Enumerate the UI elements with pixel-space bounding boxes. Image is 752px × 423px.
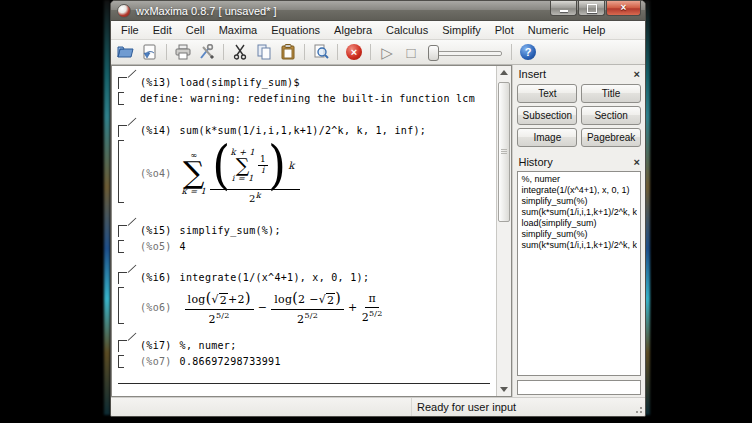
input-code[interactable]: load(simplify_sum)$ <box>180 77 300 88</box>
input-cell-bracket[interactable] <box>118 340 127 352</box>
maximize-icon <box>587 4 597 13</box>
output-formula-o4: (%o4) ∞ ∑ k = 1 ( k + 1 <box>140 142 492 204</box>
insert-title-button[interactable]: Title <box>581 84 641 103</box>
input-line[interactable]: (%i5)simplify_sum(%); <box>140 224 492 238</box>
worksheet-pane: (%i3)load(simplify_sum)$ define: warning… <box>111 65 512 397</box>
history-item[interactable]: integrate(1/(x^4+1), x, 0, 1) <box>521 185 637 196</box>
cut-button[interactable] <box>229 42 251 62</box>
menu-equations[interactable]: Equations <box>264 22 327 38</box>
input-cell-bracket[interactable] <box>118 272 127 284</box>
play-icon: ▷ <box>381 45 393 60</box>
insert-text-button[interactable]: Text <box>517 84 577 103</box>
input-cell-bracket[interactable] <box>118 77 127 89</box>
output-cell-bracket[interactable] <box>118 287 125 324</box>
minimize-icon <box>560 10 568 12</box>
big-paren-open: ( <box>212 139 230 192</box>
cell-group: (%i6)integrate(1/(x^4+1), x, 0, 1); (%o6… <box>116 271 492 325</box>
insert-subsection-button[interactable]: Subsection <box>517 106 577 125</box>
insert-panel: Text Title Subsection Section Image Page… <box>513 82 645 153</box>
input-prompt: (%i7) <box>140 340 172 351</box>
output-cell-bracket[interactable] <box>118 240 125 253</box>
input-line[interactable]: (%i3)load(simplify_sum)$ <box>140 76 492 90</box>
configure-button[interactable] <box>196 42 218 62</box>
scroll-up-button[interactable] <box>498 66 510 79</box>
history-panel-header[interactable]: History × <box>513 153 645 170</box>
menu-maxima[interactable]: Maxima <box>212 22 265 38</box>
scrollbar-thumb[interactable] <box>498 82 510 222</box>
scroll-down-button[interactable] <box>498 383 510 396</box>
output-cell-bracket[interactable] <box>118 355 125 368</box>
output-text: 4 <box>180 241 186 252</box>
cut-icon <box>232 44 248 60</box>
menu-calculus[interactable]: Calculus <box>379 22 435 38</box>
screen: wxMaxima 0.8.7 [ unsaved* ] × File Edit … <box>0 0 752 423</box>
play-animation-button[interactable]: ▷ <box>376 42 398 62</box>
find-button[interactable] <box>310 42 332 62</box>
input-code[interactable]: simplify_sum(%); <box>180 225 281 236</box>
maximize-button[interactable] <box>578 1 605 16</box>
history-item[interactable]: sum(k*sum(1/i,i,1,k+1)/2^k, k <box>521 240 637 251</box>
arrow-down-icon <box>500 387 508 392</box>
output-label: (%o5) <box>140 241 172 252</box>
menu-algebra[interactable]: Algebra <box>327 22 379 38</box>
input-line[interactable]: (%i4)sum(k*sum(1/i,i,1,k+1)/2^k, k, 1, i… <box>140 124 492 138</box>
toolbar: × ▷ □ ? <box>111 40 645 65</box>
stop-animation-button[interactable]: □ <box>400 42 422 62</box>
history-list[interactable]: %, numer integrate(1/(x^4+1), x, 0, 1) s… <box>517 171 641 376</box>
history-item[interactable]: simplify_sum(%) <box>521 229 637 240</box>
input-code[interactable]: %, numer; <box>180 340 237 351</box>
interrupt-icon: × <box>346 44 362 60</box>
input-line[interactable]: (%i7)%, numer; <box>140 339 492 353</box>
input-cell-bracket[interactable] <box>118 125 127 137</box>
insert-section-button[interactable]: Section <box>581 106 641 125</box>
menu-help[interactable]: Help <box>576 22 613 38</box>
open-button[interactable] <box>115 42 137 62</box>
outer-fraction: ( k + 1 ∑ i = 1 1 i <box>210 142 300 204</box>
menu-plot[interactable]: Plot <box>488 22 521 38</box>
output-cell-bracket[interactable] <box>118 140 125 203</box>
resize-grip-icon[interactable] <box>633 404 643 414</box>
print-button[interactable] <box>172 42 194 62</box>
menu-edit[interactable]: Edit <box>146 22 179 38</box>
slider-track <box>436 51 502 56</box>
input-line[interactable]: (%i6)integrate(1/(x^4+1), x, 0, 1); <box>140 271 492 285</box>
interrupt-button[interactable]: × <box>343 42 365 62</box>
menu-file[interactable]: File <box>114 22 146 38</box>
worksheet-scrollbar[interactable] <box>496 66 511 396</box>
worksheet[interactable]: (%i3)load(simplify_sum)$ define: warning… <box>112 66 496 396</box>
help-button[interactable]: ? <box>517 42 539 62</box>
input-code[interactable]: integrate(1/(x^4+1), x, 0, 1); <box>180 272 370 283</box>
insert-pagebreak-button[interactable]: Pagebreak <box>581 128 641 147</box>
paste-button[interactable] <box>277 42 299 62</box>
menu-bar: File Edit Cell Maxima Equations Algebra … <box>111 21 645 40</box>
title-bar[interactable]: wxMaxima 0.8.7 [ unsaved* ] × <box>111 1 645 21</box>
menu-simplify[interactable]: Simplify <box>435 22 488 38</box>
status-message: Ready for user input <box>412 401 645 413</box>
animation-slider[interactable] <box>426 43 504 61</box>
history-item[interactable]: %, numer <box>521 174 637 185</box>
insert-image-button[interactable]: Image <box>517 128 577 147</box>
paste-icon <box>280 44 296 60</box>
history-filter-input[interactable] <box>517 380 641 395</box>
insertion-cursor-line[interactable] <box>118 383 490 384</box>
menu-numeric[interactable]: Numeric <box>521 22 576 38</box>
output-cell-bracket[interactable] <box>118 92 125 105</box>
outer-sum: ∞ ∑ k = 1 <box>182 151 207 196</box>
insert-panel-header[interactable]: Insert × <box>513 65 645 82</box>
history-item[interactable]: sum(k*sum(1/i,i,1,k+1)/2^k, k <box>521 207 637 218</box>
close-icon[interactable]: × <box>634 69 640 80</box>
save-button[interactable] <box>139 42 161 62</box>
history-item[interactable]: load(simplify_sum) <box>521 218 637 229</box>
output-formula-o6: (%o6) log(√2+2) 25/2 − log(2 −√2) 25/2 + <box>140 290 492 325</box>
menu-cell[interactable]: Cell <box>179 22 212 38</box>
output-line: (%o5)4 <box>140 240 492 254</box>
slider-thumb[interactable] <box>428 45 439 61</box>
help-icon: ? <box>520 44 536 60</box>
close-button[interactable]: × <box>606 1 641 16</box>
history-item[interactable]: simplify_sum(%) <box>521 196 637 207</box>
input-cell-bracket[interactable] <box>118 225 127 237</box>
minimize-button[interactable] <box>550 1 577 16</box>
inner-fraction: 1 i <box>258 155 268 176</box>
copy-button[interactable] <box>253 42 275 62</box>
close-icon[interactable]: × <box>634 157 640 168</box>
